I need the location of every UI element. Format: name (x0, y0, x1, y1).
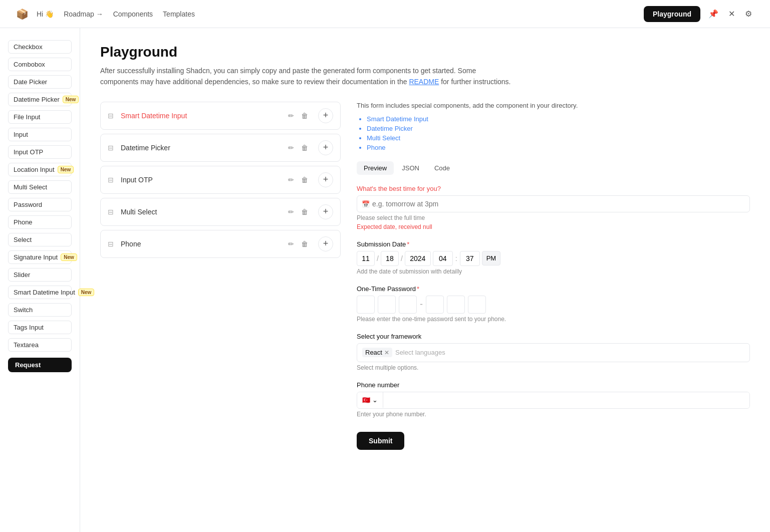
sidebar-item-file-input[interactable]: File Input (8, 110, 72, 124)
fields-panel: ⊟ Smart Datetime Input ✏ 🗑 + ⊟ Datetime … (100, 102, 341, 450)
day-input[interactable] (381, 251, 399, 266)
sidebar-item-password[interactable]: Password (8, 198, 72, 211)
add-after-multi-select[interactable]: + (318, 204, 333, 219)
nav-templates[interactable]: Templates (163, 10, 195, 18)
edit-field-phone[interactable]: ✏ (286, 238, 296, 250)
submit-button[interactable]: Submit (357, 432, 404, 450)
hour-input[interactable] (433, 251, 453, 266)
otp-box-1[interactable] (357, 296, 375, 314)
tab-code[interactable]: Code (427, 161, 457, 175)
delete-field-datetime-picker[interactable]: 🗑 (299, 142, 310, 154)
settings-icon-button[interactable]: ⚙ (743, 7, 754, 21)
add-after-input-otp[interactable]: + (318, 172, 333, 187)
sidebar-item-phone[interactable]: Phone (8, 215, 72, 229)
smart-datetime-input[interactable] (357, 195, 750, 212)
field-actions-phone: ✏ 🗑 (286, 238, 310, 250)
sidebar-item-input-otp[interactable]: Input OTP (8, 145, 72, 159)
field-label-input-otp: Input OTP (121, 176, 281, 184)
framework-hint: Select multiple options. (357, 364, 750, 371)
smart-datetime-section: What's the best time for you? 📅 Please s… (357, 185, 750, 230)
add-after-phone[interactable]: + (318, 236, 333, 251)
field-drag-icon-4: ⊟ (108, 208, 114, 216)
playground-button[interactable]: Playground (644, 6, 700, 22)
sidebar-item-tags-input[interactable]: Tags Input (8, 321, 72, 334)
minute-input[interactable] (460, 251, 480, 266)
component-item-1: Smart Datetime Input (367, 115, 750, 123)
submission-date-label: Submission Date* (357, 240, 750, 248)
page-description: After successfully installing Shadcn, yo… (100, 65, 511, 88)
field-drag-icon-3: ⊟ (108, 176, 114, 184)
add-after-smart-datetime[interactable]: + (318, 108, 333, 123)
smart-datetime-error: Expected date, received null (357, 223, 750, 230)
field-row-smart-datetime: ⊟ Smart Datetime Input ✏ 🗑 + (100, 102, 341, 130)
nav-roadmap[interactable]: Roadmap → (64, 10, 103, 18)
otp-hint: Please enter the one-time password sent … (357, 316, 750, 323)
otp-row: - (357, 296, 750, 314)
delete-field-input-otp[interactable]: 🗑 (299, 174, 310, 186)
phone-number-input[interactable] (383, 392, 749, 408)
otp-box-2[interactable] (378, 296, 396, 314)
otp-section: One-Time Password* - Please enter the on… (357, 285, 750, 323)
sidebar-item-checkbox[interactable]: Checkbox (8, 40, 72, 54)
nav-right: Playground 📌 ✕ ⚙ (644, 6, 754, 22)
field-actions-input-otp: ✏ 🗑 (286, 174, 310, 186)
otp-box-4[interactable] (426, 296, 444, 314)
otp-box-6[interactable] (468, 296, 486, 314)
add-after-datetime-picker[interactable]: + (318, 140, 333, 155)
sidebar-item-signature-input[interactable]: Signature Input New (8, 250, 72, 264)
edit-field-multi-select[interactable]: ✏ (286, 206, 296, 218)
readme-link[interactable]: README (409, 78, 439, 86)
calendar-icon: 📅 (362, 200, 370, 207)
sidebar-item-smart-datetime[interactable]: Smart Datetime Input New (8, 286, 72, 299)
sidebar-item-select[interactable]: Select (8, 233, 72, 246)
otp-box-5[interactable] (447, 296, 465, 314)
submission-date-section: Submission Date* / / : PM Add the date o… (357, 240, 750, 275)
flag-chevron: ⌄ (372, 396, 378, 404)
sidebar-item-combobox[interactable]: Combobox (8, 58, 72, 71)
framework-multiselect[interactable]: React ✕ Select languages (357, 343, 750, 362)
sidebar-item-textarea[interactable]: Textarea (8, 338, 72, 352)
framework-placeholder: Select languages (395, 349, 445, 356)
delete-field-phone[interactable]: 🗑 (299, 238, 310, 250)
field-drag-icon: ⊟ (108, 112, 114, 120)
component-item-4: Phone (367, 144, 750, 151)
tag-remove-react[interactable]: ✕ (384, 349, 389, 356)
main-container: Checkbox Combobox Date Picker Datetime P… (0, 28, 770, 532)
phone-flag-selector[interactable]: 🇹🇷 ⌄ (357, 392, 383, 408)
field-row-multi-select: ⊟ Multi Select ✏ 🗑 + (100, 198, 341, 226)
request-button[interactable]: Request (8, 358, 72, 372)
year-input[interactable] (405, 251, 431, 266)
edit-field-datetime-picker[interactable]: ✏ (286, 142, 296, 154)
new-badge-location: New (58, 166, 74, 173)
field-row-phone: ⊟ Phone ✏ 🗑 + (100, 230, 341, 258)
smart-datetime-hint: Please select the full time (357, 214, 750, 221)
month-input[interactable] (357, 251, 375, 266)
delete-field-multi-select[interactable]: 🗑 (299, 206, 310, 218)
content-area: Playground After successfully installing… (80, 28, 770, 532)
field-actions-multi-select: ✏ 🗑 (286, 206, 310, 218)
tab-preview[interactable]: Preview (357, 161, 394, 175)
sidebar-item-switch[interactable]: Switch (8, 303, 72, 317)
otp-box-3[interactable] (399, 296, 417, 314)
sidebar-item-location-input[interactable]: Location Input New (8, 163, 72, 176)
edit-field-smart-datetime[interactable]: ✏ (286, 110, 296, 122)
phone-row: 🇹🇷 ⌄ (357, 392, 750, 409)
sidebar-item-datetime-picker[interactable]: Datetime Picker New (8, 93, 72, 106)
new-badge-datetime: New (63, 96, 79, 103)
tab-json[interactable]: JSON (395, 161, 426, 175)
sidebar-item-date-picker[interactable]: Date Picker (8, 75, 72, 89)
logo-icon: 📦 (16, 8, 29, 20)
close-icon-button[interactable]: ✕ (726, 7, 737, 21)
sidebar-item-multi-select[interactable]: Multi Select (8, 180, 72, 194)
sidebar-item-slider[interactable]: Slider (8, 268, 72, 282)
component-list: Smart Datetime Input Datetime Picker Mul… (357, 115, 750, 151)
ampm-button[interactable]: PM (482, 251, 501, 265)
sidebar-item-input[interactable]: Input (8, 128, 72, 141)
page-title: Playground (100, 44, 750, 60)
delete-field-smart-datetime[interactable]: 🗑 (299, 110, 310, 122)
nav-hi: Hi 👋 (37, 10, 54, 18)
edit-field-input-otp[interactable]: ✏ (286, 174, 296, 186)
new-badge-signature: New (61, 253, 77, 261)
nav-components[interactable]: Components (113, 10, 153, 18)
pin-icon-button[interactable]: 📌 (706, 7, 720, 21)
